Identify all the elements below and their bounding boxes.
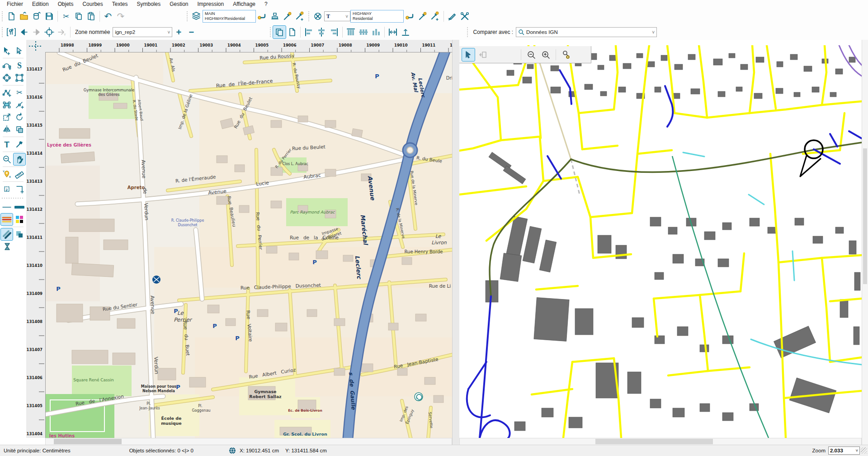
offset-copy-tool[interactable] — [14, 124, 25, 135]
menu-item-objets[interactable]: Objets — [54, 0, 78, 8]
menu-item-edition[interactable]: Edition — [28, 0, 53, 8]
toolbar-grip[interactable] — [186, 11, 189, 21]
menu-item-?[interactable]: ? — [260, 0, 272, 8]
rotate-tool[interactable] — [14, 111, 25, 123]
compare-zoom-out-tool[interactable] — [525, 48, 538, 61]
line-width-thick-swatch[interactable] — [14, 201, 25, 213]
layers-icon[interactable] — [190, 10, 203, 23]
menu-item-impression[interactable]: Impression — [193, 0, 228, 8]
distribute-columns-button[interactable] — [344, 26, 357, 38]
compare-select-tool[interactable] — [462, 48, 475, 61]
compare-map-canvas[interactable] — [459, 45, 862, 438]
align-left-button[interactable] — [302, 26, 315, 38]
compare-search-settings-tool[interactable] — [560, 48, 572, 61]
edit-node-tool[interactable] — [14, 99, 25, 111]
zoom-out-tool[interactable] — [1, 153, 13, 165]
distribute-spacing-button[interactable] — [357, 26, 370, 38]
polyline-tool[interactable] — [1, 87, 13, 99]
line-width-thin-swatch[interactable] — [1, 201, 13, 213]
map-horizontal-scrollbar[interactable] — [45, 438, 452, 445]
menu-item-symboles[interactable]: Symboles — [132, 0, 165, 8]
menu-item-courbes[interactable]: Courbes — [78, 0, 107, 8]
new-document-button[interactable] — [5, 10, 18, 23]
rectangle-tool[interactable] — [14, 72, 25, 84]
hatch-style-tool[interactable] — [1, 228, 13, 240]
bezier-curve-tool[interactable] — [1, 60, 13, 71]
target-layer-box[interactable]: HIGHWAY Residential — [350, 10, 404, 23]
pan-tool[interactable] — [14, 153, 25, 165]
active-layer-box[interactable]: MAIN HIGHWAY/Residential — [203, 10, 256, 23]
hammer-tool[interactable] — [14, 138, 25, 150]
main-map-canvas[interactable]: PPPPPPP Rue du BeuletAv. AlsRue du Rouss… — [45, 52, 453, 438]
toolbar-grip[interactable] — [269, 27, 272, 37]
redo-button[interactable]: ↷ — [114, 10, 127, 23]
toolbar-grip[interactable] — [308, 11, 310, 21]
menu-item-gestion[interactable]: Gestion — [165, 0, 192, 8]
fit-height-button[interactable] — [399, 26, 412, 38]
compare-transform-tool[interactable] — [476, 48, 489, 61]
text-style-select[interactable]: T ˅ — [324, 11, 350, 21]
pick-object-add-button-2[interactable] — [429, 10, 442, 23]
export-database-button[interactable] — [30, 10, 43, 23]
save-button[interactable] — [43, 10, 56, 23]
pick-object-button-2[interactable] — [416, 10, 429, 23]
placemark-capture-button[interactable] — [5, 26, 18, 38]
coordinates-pin-tool[interactable]: YX — [1, 168, 13, 180]
fill-overlap-tool[interactable] — [14, 228, 25, 240]
scrollbar-thumb[interactable] — [863, 148, 867, 284]
undo-button[interactable]: ↶ — [102, 10, 114, 23]
nav-forward-button[interactable] — [30, 26, 43, 38]
fit-width-button[interactable] — [387, 26, 399, 38]
scrollbar-thumb[interactable] — [54, 439, 122, 444]
menu-item-fichier[interactable]: Fichier — [3, 0, 27, 8]
compare-horizontal-scrollbar[interactable] — [459, 438, 862, 445]
compare-vertical-scrollbar[interactable] — [862, 40, 868, 445]
attach-curve-button[interactable] — [256, 10, 269, 23]
dimension-tool[interactable]: 2 — [1, 183, 13, 195]
cut-button[interactable]: ✂ — [60, 10, 72, 23]
pick-object-button[interactable] — [281, 10, 294, 23]
tools-settings-button[interactable] — [458, 10, 471, 23]
attach-curve-button-2[interactable] — [404, 10, 416, 23]
line-style-multicolor[interactable] — [1, 214, 13, 225]
toolbar-grip[interactable] — [1, 27, 4, 37]
zoom-in-button[interactable]: + — [172, 26, 185, 38]
cut-curve-tool[interactable]: ✂ — [14, 87, 25, 99]
toolbar-grip[interactable] — [467, 27, 469, 37]
ruler-origin-corner[interactable] — [26, 40, 45, 52]
menu-item-textes[interactable]: Textes — [108, 0, 132, 8]
draw-text-tool-button[interactable]: T — [446, 10, 458, 23]
circle-tool[interactable] — [1, 72, 13, 84]
compare-zoom-in-tool[interactable] — [539, 48, 552, 61]
edit-handles-tool[interactable] — [1, 99, 13, 111]
select-tool[interactable] — [14, 45, 25, 57]
zoom-out-button[interactable]: − — [185, 26, 198, 38]
distribute-heights-button[interactable] — [370, 26, 382, 38]
select-add-tool[interactable] — [1, 45, 13, 57]
scrollbar-thumb[interactable] — [595, 439, 713, 444]
duplicate-page-button[interactable] — [273, 26, 286, 38]
copy-button[interactable] — [72, 10, 85, 23]
toolbar-grip[interactable] — [1, 11, 4, 21]
zoom-value-select[interactable]: 2.033 ˅ — [828, 446, 860, 455]
swap-layers-button[interactable] — [311, 10, 324, 23]
pick-object-add-button[interactable] — [294, 10, 307, 23]
center-view-button[interactable] — [43, 26, 56, 38]
align-right-button[interactable] — [328, 26, 340, 38]
mirror-tool[interactable] — [1, 124, 13, 135]
hourglass-wait-tool[interactable] — [1, 241, 13, 252]
compare-map-panel[interactable] — [459, 40, 862, 438]
new-page-button[interactable] — [286, 26, 298, 38]
align-center-button[interactable] — [315, 26, 328, 38]
nav-back-button[interactable] — [18, 26, 30, 38]
scale-tool[interactable] — [1, 111, 13, 123]
compare-select[interactable]: Données IGN ˅ — [516, 27, 657, 37]
color-palette[interactable] — [14, 214, 25, 225]
spline-tool[interactable]: S — [14, 60, 25, 71]
zone-select[interactable]: ign_rep2 ˅ — [113, 27, 172, 37]
stamp-button[interactable] — [269, 10, 281, 23]
measure-tool[interactable] — [14, 168, 25, 180]
resize-grip[interactable] — [861, 447, 867, 454]
goto-xy-button[interactable]: Y — [56, 26, 68, 38]
menu-item-affichage[interactable]: Affichage — [229, 0, 259, 8]
